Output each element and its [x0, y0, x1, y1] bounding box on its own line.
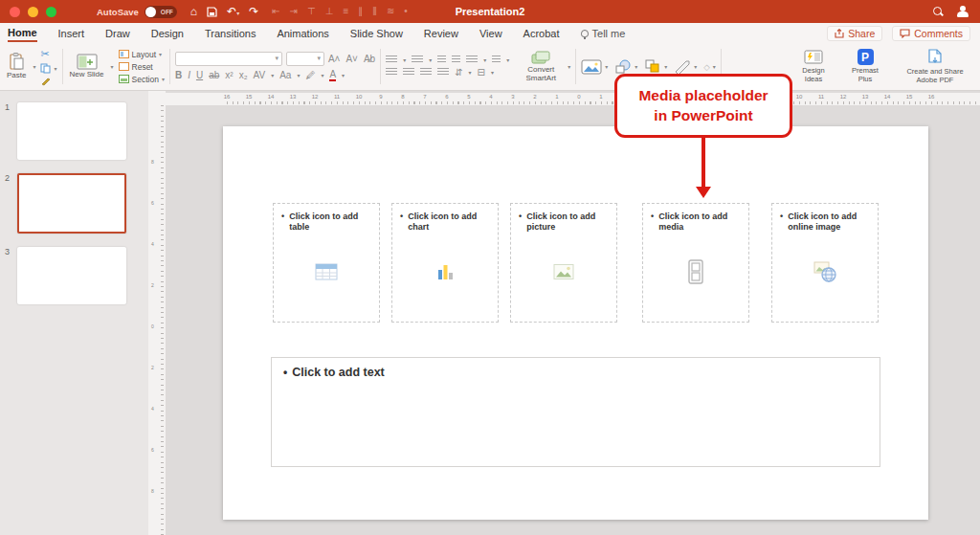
new-slide-label: New Slide	[70, 71, 104, 79]
text-placeholder[interactable]: • Click to add text	[271, 357, 880, 467]
callout-line1: Media placeholder	[638, 86, 768, 105]
paste-button[interactable]: Paste	[5, 53, 28, 80]
clear-formatting-icon[interactable]: A̷b	[364, 54, 375, 64]
arrange-button[interactable]: ▾	[644, 58, 667, 75]
font-name-select[interactable]	[175, 52, 282, 66]
tell-me-search[interactable]: Tell me	[581, 28, 626, 39]
italic-button[interactable]: I	[188, 70, 190, 80]
ruler-number: 11	[818, 94, 824, 100]
undo-button[interactable]: ↶▾	[227, 6, 239, 17]
slide-canvas[interactable]: • Click icon to add table • Click icon t…	[223, 126, 928, 520]
increase-indent-button[interactable]	[452, 56, 460, 64]
shape-fill-button[interactable]: ◇▾	[703, 62, 716, 72]
font-size-select[interactable]	[286, 52, 324, 66]
copy-button[interactable]: ▾	[40, 63, 56, 74]
search-icon[interactable]	[933, 7, 943, 16]
font-color-button[interactable]: A	[329, 69, 336, 81]
adobe-pdf-button[interactable]: Create and Share Adobe PDF	[895, 49, 975, 84]
new-slide-button[interactable]: New Slide	[68, 54, 106, 79]
convert-smartart-button[interactable]: Convert SmartArt	[519, 51, 563, 83]
highlight-color-button[interactable]: 🖉	[305, 70, 315, 80]
account-avatar[interactable]	[956, 6, 969, 17]
bold-button[interactable]: B	[175, 70, 182, 80]
chart-placeholder[interactable]: • Click icon to add chart	[391, 203, 499, 323]
tab-design[interactable]: Design	[151, 25, 184, 41]
online-image-icon[interactable]	[813, 260, 837, 283]
media-placeholder[interactable]: • Click icon to add media	[642, 203, 749, 323]
tab-acrobat[interactable]: Acrobat	[523, 25, 560, 41]
justify-button[interactable]	[437, 68, 449, 77]
design-ideas-label: Design Ideas	[797, 67, 830, 83]
decrease-font-icon[interactable]: A˅	[345, 54, 358, 64]
layout-button[interactable]: Layout ▾	[119, 50, 165, 59]
table-placeholder[interactable]: • Click icon to add table	[273, 203, 380, 323]
slide-thumbnail-2[interactable]	[17, 173, 126, 234]
ruler-number: 10	[356, 94, 363, 100]
superscript-button[interactable]: x²	[225, 70, 233, 80]
section-button[interactable]: Section ▾	[119, 75, 165, 84]
picture-icon[interactable]	[553, 264, 574, 280]
align-center-button[interactable]	[403, 68, 414, 77]
design-ideas-button[interactable]: Design Ideas	[791, 49, 835, 83]
text-direction-button[interactable]: ⇵	[455, 67, 462, 78]
strikethrough-button[interactable]: ab	[209, 70, 219, 80]
adobe-pdf-label: Create and Share Adobe PDF	[901, 68, 969, 84]
autosave-toggle[interactable]: AutoSave OFF	[97, 6, 177, 18]
slides-group: New Slide ▾ Layout ▾ Reset Section ▾	[63, 43, 169, 90]
tab-animations[interactable]: Animations	[277, 25, 328, 41]
disabled-arrange-icons: ⇤ ⇥ ⊤ ⊥ ≡ ∥ ⫼ ≋ •	[272, 6, 409, 17]
format-painter-icon	[40, 77, 51, 86]
ruler-number: 5	[467, 94, 470, 100]
line-spacing-button[interactable]	[466, 56, 478, 64]
subscript-button[interactable]: x₂	[239, 70, 248, 80]
increase-font-icon[interactable]: A˄	[328, 54, 341, 64]
underline-button[interactable]: U	[196, 70, 203, 80]
ruler-number: 8	[151, 488, 154, 494]
new-slide-dropdown[interactable]: ▾	[111, 63, 114, 70]
ruler-number: 15	[246, 94, 253, 100]
character-spacing-button[interactable]: AV	[254, 70, 266, 80]
tab-insert[interactable]: Insert	[58, 25, 85, 41]
bullets-button[interactable]	[386, 56, 397, 64]
redo-button[interactable]: ↷	[249, 6, 258, 17]
cut-button[interactable]: ✂	[40, 48, 56, 60]
slide-thumbnail-1[interactable]	[17, 102, 126, 160]
share-button[interactable]: Share	[827, 26, 882, 41]
picture-placeholder[interactable]: • Click icon to add picture	[510, 203, 617, 323]
tab-draw[interactable]: Draw	[105, 25, 130, 41]
online-image-placeholder[interactable]: • Click icon to add online image	[771, 203, 879, 323]
paste-dropdown[interactable]: ▾	[33, 63, 35, 70]
minimize-window-button[interactable]	[28, 7, 38, 17]
zoom-window-button[interactable]	[46, 7, 56, 17]
columns-button[interactable]	[492, 56, 501, 64]
tab-transitions[interactable]: Transitions	[205, 25, 256, 41]
save-icon[interactable]	[207, 7, 217, 17]
reset-button[interactable]: Reset	[119, 62, 165, 72]
align-right-button[interactable]	[420, 68, 432, 77]
align-text-button[interactable]: ⊟	[478, 67, 485, 78]
autosave-switch[interactable]: OFF	[145, 6, 177, 18]
insert-picture-button[interactable]: ▾	[581, 59, 608, 75]
table-icon[interactable]	[315, 263, 338, 280]
format-painter-button[interactable]	[40, 77, 56, 86]
home-icon[interactable]: ⌂	[190, 6, 197, 17]
ruler-number: 0	[151, 323, 154, 329]
change-case-button[interactable]: Aa	[279, 70, 291, 80]
align-left-button[interactable]	[386, 68, 397, 77]
insert-picture-icon	[581, 59, 602, 75]
media-icon[interactable]	[688, 259, 703, 284]
shapes-button[interactable]: ▾	[614, 59, 637, 74]
tab-view[interactable]: View	[479, 25, 502, 41]
chart-icon[interactable]	[435, 263, 455, 280]
quick-styles-button[interactable]: ▾	[674, 59, 697, 74]
numbering-button[interactable]	[412, 56, 423, 64]
tab-review[interactable]: Review	[424, 25, 458, 41]
slide-thumbnail-3[interactable]	[17, 247, 126, 304]
tab-home[interactable]: Home	[8, 24, 37, 42]
comments-button[interactable]: Comments	[892, 26, 970, 41]
close-window-button[interactable]	[10, 7, 20, 17]
convert-smartart-dropdown[interactable]: ▾	[568, 63, 570, 70]
decrease-indent-button[interactable]	[437, 56, 446, 64]
premast-plus-button[interactable]: P Premast Plus	[840, 49, 890, 83]
tab-slide-show[interactable]: Slide Show	[350, 25, 403, 41]
